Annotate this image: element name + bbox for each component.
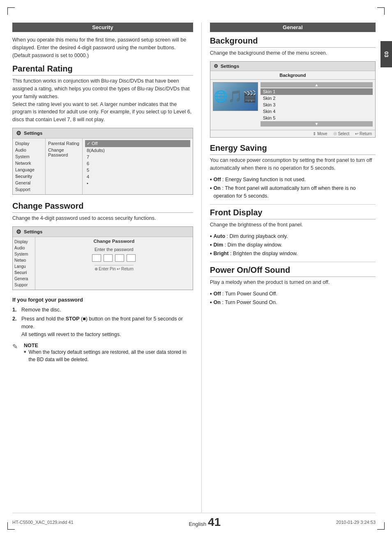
security-intro: When you operate this menu for the first… bbox=[12, 36, 193, 59]
background-body: Change the background theme of the menu … bbox=[210, 49, 376, 57]
bg-gear-icon: ⚙ bbox=[214, 63, 218, 69]
cp-menu-general[interactable]: Genera bbox=[13, 276, 35, 282]
menu-item-display[interactable]: Display bbox=[13, 140, 45, 147]
parental-menu: Display Audio System Network Language Se… bbox=[13, 138, 46, 194]
step-2-num: 2. bbox=[12, 315, 19, 338]
bg-skins-list: ▲ Skin 1 Skin 2 Skin 3 Skin 4 Skin 5 ▼ bbox=[261, 82, 373, 127]
security-header: Security bbox=[12, 23, 193, 32]
energy-saving-body: You can reduce power consumption by sett… bbox=[210, 157, 376, 172]
step-1-num: 1. bbox=[12, 306, 19, 314]
dim-bullet: Dim : Dim the display window. bbox=[210, 241, 376, 249]
power-off-bullet: Off : Turn Power Sound Off. bbox=[210, 290, 376, 298]
left-column: Security When you operate this menu for … bbox=[12, 23, 201, 512]
bg-preview-image: 🌐🎵🎬 bbox=[213, 82, 258, 111]
pin-box-3[interactable] bbox=[115, 254, 124, 262]
background-title: Background bbox=[210, 36, 376, 48]
bg-scroll-indicator-down: ▼ bbox=[261, 121, 373, 127]
cp-panel-title-text: Settings bbox=[24, 229, 42, 234]
menu-item-audio[interactable]: Audio bbox=[13, 147, 45, 153]
menu-item-language[interactable]: Language bbox=[13, 166, 45, 173]
pin-box-1[interactable] bbox=[92, 254, 101, 262]
page-number-box: English 41 bbox=[189, 516, 221, 529]
bg-panel-title: ⚙ Settings bbox=[210, 62, 375, 71]
power-on-bullet: On : Turn Power Sound On. bbox=[210, 299, 376, 307]
bg-panel-footer: ⇕ Move ☉ Select ↩ Return bbox=[210, 130, 375, 137]
parental-rating-title: Parental Rating bbox=[12, 64, 193, 76]
cp-menu-system[interactable]: System bbox=[13, 251, 35, 257]
parental-panel-body: Display Audio System Network Language Se… bbox=[13, 138, 193, 194]
front-display-body: Change the brightness of the front panel… bbox=[210, 221, 376, 229]
menu-item-network[interactable]: Network bbox=[13, 160, 45, 166]
corner-tl bbox=[7, 7, 15, 15]
divider-2 bbox=[210, 262, 376, 262]
parental-rating-option[interactable]: Parental Rating bbox=[48, 140, 80, 147]
cp-menu-support[interactable]: Suppor bbox=[13, 282, 35, 288]
cp-pin-boxes bbox=[92, 254, 136, 262]
power-sound-title: Power On/Off Sound bbox=[210, 265, 376, 277]
power-sound-bullets: Off : Turn Power Sound Off. On : Turn Po… bbox=[210, 290, 376, 307]
cp-menu-language[interactable]: Langu bbox=[13, 263, 35, 270]
menu-item-security[interactable]: Security bbox=[13, 173, 45, 180]
step-1-text: Remove the disc. bbox=[21, 306, 61, 314]
right-column: General Background Change the background… bbox=[201, 23, 376, 512]
change-password-option[interactable]: Change Password bbox=[48, 147, 80, 158]
pin-box-2[interactable] bbox=[104, 254, 113, 262]
cp-gear-icon: ⚙ bbox=[16, 228, 21, 235]
parental-panel-title: ⚙ Settings bbox=[13, 128, 193, 138]
bg-scroll-indicator: ▲ bbox=[261, 82, 373, 88]
rating-6[interactable]: 6 bbox=[85, 160, 190, 167]
cp-settings-panel: ⚙ Settings Display Audio System Netwo La… bbox=[12, 226, 193, 290]
rating-more[interactable]: • bbox=[85, 180, 190, 187]
side-tab: 03 Setup bbox=[380, 41, 392, 67]
energy-off-bullet: Off : Energy Saving function is not used… bbox=[210, 176, 376, 184]
rating-4[interactable]: 4 bbox=[85, 173, 190, 180]
forgot-step-2: 2. Press and hold the STOP (■) button on… bbox=[12, 315, 193, 338]
menu-item-general[interactable]: General bbox=[13, 180, 45, 186]
bg-return-label: ↩ Return bbox=[355, 131, 372, 136]
rating-5[interactable]: 5 bbox=[85, 167, 190, 173]
page-number: 41 bbox=[208, 516, 221, 529]
side-tab-number: 03 bbox=[383, 51, 390, 57]
rating-8[interactable]: 8(Adults) bbox=[85, 147, 190, 154]
step-2-text: Press and hold the STOP (■) button on th… bbox=[21, 315, 193, 338]
cp-menu-network[interactable]: Netwo bbox=[13, 257, 35, 263]
corner-tr bbox=[377, 7, 385, 15]
note-label: NOTE bbox=[24, 343, 193, 348]
divider-1 bbox=[210, 204, 376, 205]
change-password-body: Change the 4-digit password used to acce… bbox=[12, 214, 193, 222]
rating-off[interactable]: ✓ Off bbox=[85, 140, 190, 147]
general-header: General bbox=[210, 23, 376, 32]
note-bullet: When the factory default settings are re… bbox=[24, 348, 193, 363]
background-panel: ⚙ Settings Background 🌐🎵🎬 ▲ Skin 1 Skin … bbox=[210, 61, 376, 138]
parental-rating-list: ✓ Off 8(Adults) 7 6 5 4 • bbox=[83, 138, 193, 194]
menu-item-system[interactable]: System bbox=[13, 153, 45, 160]
cp-menu-security[interactable]: Securi bbox=[13, 270, 35, 276]
cp-menu-audio[interactable]: Audio bbox=[13, 245, 35, 251]
bg-skin-2[interactable]: Skin 2 bbox=[261, 95, 373, 101]
bg-panel-title-text: Settings bbox=[221, 64, 239, 69]
bg-skin-3[interactable]: Skin 3 bbox=[261, 101, 373, 108]
cp-menu-display[interactable]: Display bbox=[13, 239, 35, 245]
energy-on-bullet: On : The front panel will automatically … bbox=[210, 184, 376, 200]
cp-footer-text: ⊕ Enter Pin ↩ Return bbox=[95, 265, 134, 271]
bg-skin-4[interactable]: Skin 4 bbox=[261, 108, 373, 115]
front-display-title: Front Display bbox=[210, 208, 376, 219]
parental-content-items: Parental Rating Change Password bbox=[46, 138, 83, 194]
change-password-title: Change Password bbox=[12, 201, 193, 213]
stop-word: STOP bbox=[66, 316, 80, 322]
page-lang: English bbox=[189, 521, 206, 527]
bg-skin-1[interactable]: Skin 1 bbox=[261, 88, 373, 95]
note-section: ✎ NOTE When the factory default settings… bbox=[12, 343, 193, 363]
cp-enter-text: Enter the password bbox=[95, 247, 134, 252]
cp-content: Change Password Enter the password ⊕ Ent… bbox=[35, 237, 193, 290]
parental-settings-panel: ⚙ Settings Display Audio System Network … bbox=[12, 128, 193, 195]
footer-right: 2010-01-29 3:24:53 bbox=[336, 520, 376, 525]
pin-box-4[interactable] bbox=[127, 254, 136, 262]
bg-panel-subtitle: Background bbox=[210, 71, 375, 80]
menu-item-support[interactable]: Support bbox=[13, 186, 45, 193]
forgot-password-title: If you forgot your password bbox=[12, 297, 193, 303]
corner-br bbox=[377, 522, 385, 530]
gear-icon: ⚙ bbox=[16, 130, 21, 136]
rating-7[interactable]: 7 bbox=[85, 154, 190, 160]
bg-skin-5[interactable]: Skin 5 bbox=[261, 115, 373, 121]
